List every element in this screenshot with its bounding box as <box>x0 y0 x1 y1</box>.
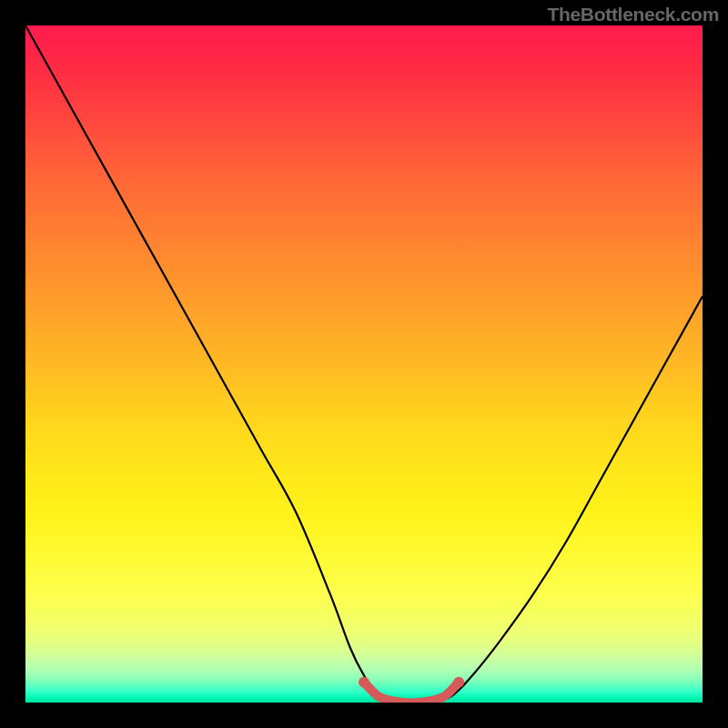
highlight-segment <box>364 682 459 703</box>
curve-line <box>25 25 703 703</box>
highlight-dot-left <box>359 677 369 688</box>
attribution-label: TheBottleneck.com <box>547 4 719 25</box>
highlight-dot-right <box>453 677 464 688</box>
chart-container: TheBottleneck.com <box>0 0 728 728</box>
chart-svg <box>25 25 703 703</box>
plot-area <box>25 25 703 703</box>
